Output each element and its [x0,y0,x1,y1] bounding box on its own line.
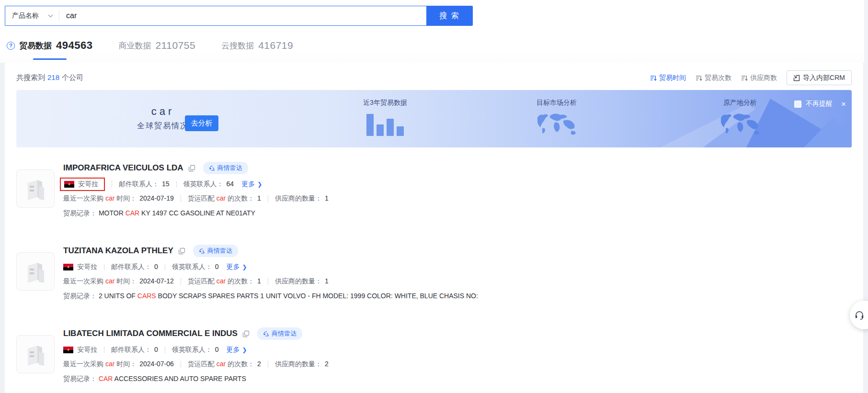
last-purchase: 最近一次采购 car 时间：2024-07-06 [63,360,174,369]
scrollbar-track[interactable] [864,0,868,393]
sort-label: 供应商数 [750,74,777,82]
radar-badge-label: 商情雷达 [207,247,232,255]
trade-record-label: 贸易记录： [63,292,97,300]
radar-badge[interactable]: 商情雷达 [193,245,238,257]
chevron-right-icon: ❯ [242,347,247,353]
dismiss-checkbox[interactable] [794,101,801,108]
main-area: 共搜索到218个公司 贸易时间 贸易次数 供应商数 导入内部CRM [0,63,868,393]
banner-section-recent-trade: 近3年贸易数据 [352,99,419,136]
angola-flag-icon: ✶ [64,181,74,188]
company-card: LIBATECH LIMITADA COMMERCIAL E INDUS 商情雷… [16,327,852,383]
headset-icon [854,310,865,320]
results-summary: 共搜索到218个公司 [16,73,83,82]
company-name[interactable]: LIBATECH LIMITADA COMMERCIAL E INDUS [63,329,238,338]
company-info: TUZITANA KAZOLA PTHLEY 商情雷达 ✶ 安哥拉 [63,245,852,301]
results-panel: 共搜索到218个公司 贸易时间 贸易次数 供应商数 导入内部CRM [5,63,863,393]
more-link[interactable]: 更多❯ [227,263,247,271]
results-prefix: 共搜索到 [16,73,45,81]
country-flag-group-highlighted: ✶ 安哥拉 [60,178,105,191]
import-crm-button[interactable]: 导入内部CRM [787,70,852,85]
search-category-select[interactable]: 产品名称 [5,11,59,20]
sort-supplier-count[interactable]: 供应商数 [741,74,777,82]
company-logo-placeholder[interactable] [16,335,55,373]
trade-record: 贸易记录： 2 UNITS OF CARS BODY SCRAPS SPARES… [63,292,852,301]
company-info: IMPORAFRICA VEICULOS LDA 商情雷达 ✶ 安哥拉 [63,162,852,218]
email-contacts: 邮件联系人：15 [119,180,170,189]
freight-match: 货运匹配 car 的次数：1 [188,194,261,203]
radar-badge[interactable]: 商情雷达 [257,327,302,340]
tab-label: 云搜数据 [221,40,254,51]
search-bar: 产品名称 搜 索 [5,6,473,26]
freight-match: 货运匹配 car 的次数：2 [188,360,261,369]
country-flag-group: ✶ 安哥拉 [63,263,97,271]
tab-label: 贸易数据 [19,40,52,51]
supplier-count: 供应商的数量：1 [275,194,329,203]
trade-record-label: 贸易记录： [63,375,97,382]
results-controls: 贸易时间 贸易次数 供应商数 导入内部CRM [650,70,852,85]
banner-subtitle: 全球贸易情况 [135,121,191,131]
page-header: 产品名称 搜 索 ? 贸易数据 494563 商业数据 2110755 云搜数据… [0,0,868,63]
sort-trade-time[interactable]: 贸易时间 [650,74,686,82]
search-input[interactable] [59,6,426,25]
close-icon[interactable]: × [841,100,846,108]
country-name: 安哥拉 [78,180,98,189]
sort-icon [696,75,702,81]
tab-cloud-search-data[interactable]: 云搜数据 416719 [221,40,293,51]
freight-match: 货运匹配 car 的次数：1 [188,277,261,286]
analyze-button[interactable]: 去分析 [185,115,218,131]
banner-dismiss: 不再提醒 × [794,100,846,108]
last-purchase: 最近一次采购 car 时间：2024-07-12 [63,277,174,286]
world-map-icon [717,111,763,137]
copy-icon[interactable] [188,165,195,172]
radar-icon [209,165,215,171]
company-name[interactable]: IMPORAFRICA VEICULOS LDA [63,163,183,173]
tab-count: 494563 [56,39,92,52]
question-icon[interactable]: ? [7,42,15,50]
more-link[interactable]: 更多❯ [227,346,247,354]
supplier-count: 供应商的数量：2 [275,360,329,369]
sort-label: 贸易次数 [705,74,731,82]
tab-trade-data[interactable]: ? 贸易数据 494563 [7,39,92,52]
banner-section-origin: 原产地分析 [704,99,776,139]
search-button[interactable]: 搜 索 [426,6,473,26]
last-purchase: 最近一次采购 car 时间：2024-07-19 [63,194,174,203]
tab-count: 416719 [258,40,293,51]
radar-icon [263,331,269,337]
banner-section-label: 近3年贸易数据 [352,99,419,107]
banner-section-label: 目标市场分析 [523,99,590,107]
results-suffix: 个公司 [62,73,83,81]
world-map-icon [534,111,580,137]
company-card: TUZITANA KAZOLA PTHLEY 商情雷达 ✶ 安哥拉 [16,245,852,301]
company-logo-placeholder[interactable] [16,169,55,208]
more-link[interactable]: 更多❯ [241,180,262,189]
search-category-value: 产品名称 [12,11,39,20]
company-list: IMPORAFRICA VEICULOS LDA 商情雷达 ✶ 安哥拉 [5,147,863,383]
copy-icon[interactable] [242,330,250,337]
linkedin-contacts: 领英联系人：0 [172,263,219,271]
import-crm-label: 导入内部CRM [803,74,845,82]
company-logo-placeholder[interactable] [16,252,55,291]
copy-icon[interactable] [178,247,185,255]
tab-count: 2110755 [155,40,195,51]
results-bar: 共搜索到218个公司 贸易时间 贸易次数 供应商数 导入内部CRM [5,63,863,85]
linkedin-contacts: 领英联系人：0 [172,346,219,354]
banner-section-label: 原产地分析 [704,99,776,107]
radar-badge[interactable]: 商情雷达 [203,162,248,174]
company-name[interactable]: TUZITANA KAZOLA PTHLEY [63,246,173,256]
radar-badge-label: 商情雷达 [217,164,242,172]
trade-record-label: 贸易记录： [63,209,97,217]
chevron-right-icon: ❯ [242,264,247,270]
company-card: IMPORAFRICA VEICULOS LDA 商情雷达 ✶ 安哥拉 [16,162,852,218]
banner-keyword-block: car 全球贸易情况 [135,105,191,131]
sort-label: 贸易时间 [659,74,686,82]
radar-icon [199,248,205,254]
trade-record: 贸易记录： CAR ACCESSORIES AND AUTO SPARE PAR… [63,375,852,383]
results-count: 218 [47,73,59,81]
building-icon [23,259,48,284]
tab-business-data[interactable]: 商业数据 2110755 [118,40,195,51]
data-tabs: ? 贸易数据 494563 商业数据 2110755 云搜数据 416719 [7,39,293,52]
angola-flag-icon: ✶ [63,264,73,270]
chevron-right-icon: ❯ [257,181,262,188]
sort-trade-count[interactable]: 贸易次数 [696,74,731,82]
import-icon [793,75,800,81]
